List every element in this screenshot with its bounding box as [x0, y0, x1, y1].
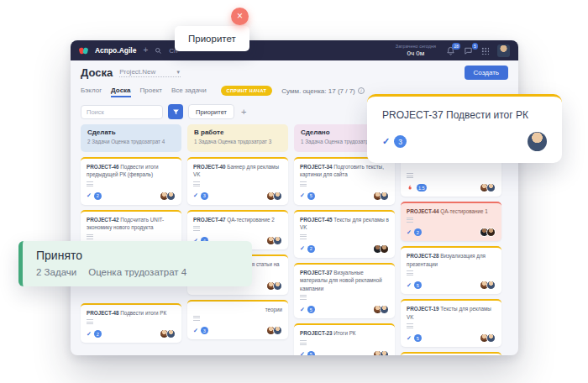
avatar[interactable]: [166, 192, 176, 201]
apps-grid-icon[interactable]: [481, 47, 489, 55]
task-card[interactable]: 1.5: [401, 157, 501, 197]
priority-callout: Приоритет: [175, 26, 249, 51]
avatar[interactable]: [166, 329, 176, 338]
description-icon: [87, 181, 93, 186]
top-navbar: Аспро.Agile + Сп Затрачено сегодня 0ч 0м…: [71, 40, 518, 60]
assignee-avatars: [482, 183, 496, 192]
task-card[interactable]: PROJECT-16 Подвести итоги РК: [401, 352, 501, 355]
avatar[interactable]: [380, 350, 389, 356]
task-card-footer: ✓5: [300, 192, 389, 201]
task-card[interactable]: PROJECT-46 Подвести итоги предыдущей РК …: [81, 157, 181, 205]
checkmark-icon: ✓: [407, 335, 412, 342]
avatar[interactable]: [273, 192, 282, 201]
avatar[interactable]: [273, 281, 282, 291]
time-tracker-label: Затрачено сегодня: [396, 44, 436, 49]
flame-icon: [407, 184, 413, 192]
funnel-icon: [172, 108, 180, 116]
app-window: Аспро.Agile + Сп Затрачено сегодня 0ч 0м…: [71, 40, 518, 355]
avatar[interactable]: [273, 326, 282, 335]
task-card[interactable]: PROJECT-40 Баннер для рекламы VK✓3: [187, 157, 288, 205]
task-card-footer: ✓3: [193, 326, 282, 335]
task-card-title: PROJECT-48 Подвести итоги РК: [87, 309, 176, 317]
task-id: PROJECT-37: [300, 270, 333, 275]
task-card-footer: ✓2: [300, 244, 389, 254]
estimate-badge: 2: [94, 330, 102, 338]
search-icon[interactable]: [155, 47, 162, 55]
description-icon: [407, 270, 413, 275]
estimate-badge: 2: [307, 245, 315, 253]
task-card-title: PROJECT-40 Баннер для рекламы VK: [193, 163, 282, 179]
avatar[interactable]: [486, 333, 496, 343]
project-selector[interactable]: Project.New ▼: [119, 68, 181, 77]
create-button[interactable]: Создать: [465, 66, 508, 80]
assignee-avatars: [482, 281, 496, 290]
task-id: PROJECT-47: [193, 217, 227, 223]
avatar[interactable]: [486, 281, 496, 290]
description-icon: [87, 234, 93, 239]
filter-button[interactable]: [168, 104, 183, 119]
task-card[interactable]: PROJECT-34 Подготовить тексты, картинки …: [294, 157, 395, 205]
checkmark-icon: ✓: [87, 192, 92, 199]
priority-filter-button[interactable]: Приоритет: [188, 104, 234, 119]
task-card[interactable]: теории✓3: [187, 300, 288, 339]
avatar[interactable]: [273, 236, 282, 245]
estimate-badge: 2: [414, 228, 422, 236]
info-icon[interactable]: i: [358, 87, 365, 94]
tab-backlog[interactable]: Бэклог: [81, 87, 102, 97]
add-filter-icon[interactable]: +: [241, 107, 246, 117]
task-card[interactable]: PROJECT-45 Тексты для рекламы в VK✓2: [294, 210, 395, 258]
tab-project[interactable]: Проект: [140, 87, 162, 97]
avatar[interactable]: [380, 192, 389, 201]
search-input[interactable]: [81, 105, 163, 119]
checkmark-icon: ✓: [300, 192, 305, 199]
column-title: Сделать: [87, 129, 175, 136]
avatar[interactable]: [486, 228, 496, 237]
quick-add-icon[interactable]: +: [143, 46, 148, 55]
description-icon: [193, 316, 200, 321]
notifications-bell-icon[interactable]: 28: [446, 46, 455, 55]
description-icon: [300, 181, 307, 186]
task-card-title: PROJECT-37 Визуальные материалы для ново…: [300, 269, 389, 292]
description-icon: [87, 319, 93, 324]
task-card[interactable]: PROJECT-28 Визуализация для презентации✓…: [401, 246, 501, 294]
column-subtitle: 1 Задача Оценка трудозатрат 3: [194, 139, 281, 144]
assignee-avatar[interactable]: [528, 132, 547, 151]
kanban-column: Сделать2 Задачи Оценка трудозатрат 4PROJ…: [81, 124, 181, 343]
task-text: QA-тестирование 2: [227, 217, 275, 223]
task-callout-project: PROJECT-37: [382, 109, 444, 121]
task-callout-title: PROJECT-37 Подвести итог РК: [382, 109, 547, 121]
project-selector-value: Project.New: [119, 68, 155, 76]
estimate-badge: 5: [414, 334, 422, 342]
task-text: Итоги РК: [333, 330, 355, 336]
task-card-title: PROJECT-44 QA-тестирование 1: [407, 207, 496, 215]
task-card[interactable]: PROJECT-37 Визуальные материалы для ново…: [294, 263, 395, 318]
close-icon[interactable]: ×: [231, 8, 249, 25]
summary-estimate-text: Сумм. оценка: 17 (7 / 7): [281, 87, 355, 95]
estimate-badge: 5: [307, 306, 315, 313]
task-card[interactable]: PROJECT-48 Подвести итоги РК✓2: [81, 303, 181, 343]
task-id: PROJECT-28: [407, 253, 440, 259]
task-card-footer: ✓5: [407, 281, 496, 290]
avatar[interactable]: [380, 305, 389, 314]
avatar[interactable]: [380, 244, 389, 254]
task-card[interactable]: PROJECT-23 Итоги РК✓5: [294, 323, 395, 355]
task-text: QA-тестирование 1: [440, 208, 488, 214]
tab-board[interactable]: Доска: [111, 87, 130, 97]
task-callout: PROJECT-37 Подвести итог РК ✓ 3: [367, 94, 562, 163]
checkmark-icon: ✓: [407, 229, 412, 236]
task-card[interactable]: PROJECT-19 Тексты для рекламы VK✓5: [401, 299, 501, 347]
accepted-callout-tasks: 2 Задачи: [36, 267, 76, 277]
checkmark-icon: ✓: [300, 351, 305, 355]
tab-all-tasks[interactable]: Все задачи: [171, 87, 207, 97]
task-card-footer: ✓2: [87, 329, 176, 338]
description-icon: [407, 218, 413, 223]
column-subtitle: 2 Задачи Оценка трудозатрат 4: [87, 139, 175, 144]
accepted-callout-title: Принято: [36, 249, 239, 262]
task-id: PROJECT-44: [407, 208, 440, 214]
task-card[interactable]: PROJECT-44 QA-тестирование 1✓2: [401, 202, 501, 241]
user-avatar[interactable]: [497, 45, 510, 57]
chat-icon[interactable]: 5: [464, 46, 473, 55]
avatar[interactable]: [486, 183, 496, 192]
time-tracker: Затрачено сегодня 0ч 0м: [396, 44, 436, 57]
description-icon: [193, 181, 200, 186]
